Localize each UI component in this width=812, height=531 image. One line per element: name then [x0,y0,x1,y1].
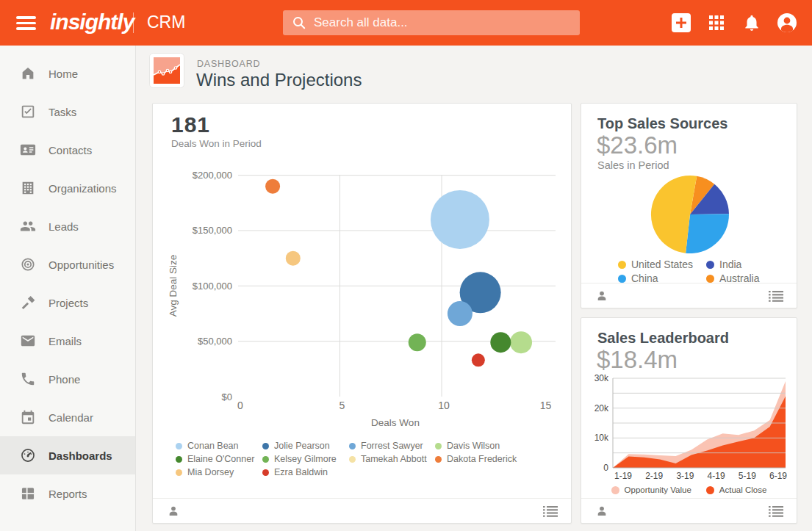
svg-text:$50,000: $50,000 [198,336,232,347]
legend-item-actual-close: Actual Close [706,484,767,496]
top-bar: insightly CRM [0,0,812,46]
legend-dot [435,456,442,463]
sidebar-item-label: Contacts [48,144,92,156]
bubble-kelsey-gilmore[interactable] [409,333,426,351]
opportunities-icon [20,256,36,272]
legend-dot [706,275,714,283]
legend-dot [262,443,269,449]
svg-text:20k: 20k [594,403,609,413]
reports-icon [20,485,36,502]
card-footer [581,283,797,308]
bubble-conan-bean[interactable] [431,190,489,249]
svg-text:15: 15 [540,400,552,411]
emails-icon [20,333,36,349]
sidebar-item-phone[interactable]: Phone [0,360,135,398]
owner-person-icon[interactable] [168,505,179,517]
legend-label: Kelsey Gilmore [274,454,337,464]
pie-slice-china[interactable] [686,214,729,253]
legend-item-united-states: United States [618,259,706,270]
legend-label: Actual Close [719,485,767,494]
svg-text:$150,000: $150,000 [193,225,232,236]
search-bar[interactable] [283,10,580,35]
contacts-icon [20,142,36,158]
list-view-icon[interactable] [769,506,783,517]
owner-person-icon[interactable] [596,505,608,517]
sidebar-item-label: Organizations [48,182,117,195]
legend-dot [618,261,626,269]
list-view-icon[interactable] [769,291,783,302]
list-view-icon[interactable] [543,506,558,517]
sidebar-item-projects[interactable]: Projects [0,283,135,322]
sidebar-item-calendar[interactable]: Calendar [0,398,135,436]
deals-won-metric: 181 [171,112,210,137]
legend-item-forrest-sawyer: Forrest Sawyer [349,440,435,452]
sidebar-item-contacts[interactable]: Contacts [0,131,135,169]
sidebar-item-home[interactable]: Home [0,54,135,93]
legend-dot [618,275,626,283]
sidebar-item-label: Calendar [48,411,93,424]
leads-icon [20,218,36,234]
phone-icon [20,371,36,387]
legend-label: Tamekah Abbott [361,454,427,464]
leaderboard-card-title: Sales Leaderboard [597,330,729,347]
sidebar-item-tasks[interactable]: Tasks [0,93,135,131]
sidebar-item-leads[interactable]: Leads [0,207,135,245]
legend-dot [349,456,356,463]
bubble-chart: $0$50,000$100,000$150,000$200,000051015D… [153,166,572,432]
legend-dot [706,486,714,494]
sources-card-title: Top Sales Sources [597,115,727,132]
sidebar-nav: HomeTasksContactsOrganizationsLeadsOppor… [0,46,136,531]
bubble-davis-wilson[interactable] [510,331,532,353]
legend-item-kelsey-gilmore: Kelsey Gilmore [262,453,349,465]
pie-chart-legend: United StatesIndiaChinaAustralia [618,259,759,284]
dashboards-icon [20,447,36,463]
sidebar-item-reports[interactable]: Reports [0,474,135,513]
owner-person-icon[interactable] [596,290,608,302]
legend-label: United States [631,259,693,270]
dashboard-thumbnail-icon [149,53,184,88]
legend-label: Jolie Pearson [274,441,330,451]
svg-text:0: 0 [237,400,243,411]
menu-icon[interactable] [16,16,36,30]
svg-text:30k: 30k [594,373,609,383]
sources-metric-label: Sales in Period [597,159,669,171]
calendar-icon [20,409,36,425]
sidebar-item-emails[interactable]: Emails [0,322,135,360]
search-input[interactable] [314,10,571,35]
app-grid-icon[interactable] [708,14,725,32]
bubble-chart-legend: Conan BeanJolie PearsonForrest SawyerDav… [176,440,517,478]
area-chart-legend: Opportunity ValueActual Close [581,484,797,496]
search-icon [292,15,306,30]
legend-item-conan-bean: Conan Bean [176,440,262,452]
svg-text:$100,000: $100,000 [193,281,232,292]
legend-label: Davis Wilson [447,441,500,451]
notifications-bell-icon[interactable] [742,13,761,32]
legend-label: Dakota Frederick [447,454,517,464]
svg-text:2-19: 2-19 [645,471,663,481]
bubble-forrest-sawyer[interactable] [448,301,473,326]
legend-dot [176,443,182,449]
legend-item-davis-wilson: Davis Wilson [435,440,517,452]
sidebar-item-dashboards[interactable]: Dashboards [0,436,135,474]
legend-label: Opportunity Value [625,485,691,494]
legend-item-mia-dorsey: Mia Dorsey [176,466,262,478]
legend-item-opportunity-value: Opportunity Value [611,484,691,496]
sidebar-item-organizations[interactable]: Organizations [0,169,135,207]
bubble-dakota-frederick[interactable] [265,179,280,194]
legend-dot [176,456,182,463]
account-avatar-icon[interactable] [777,12,797,33]
sidebar-item-opportunities[interactable]: Opportunities [0,245,135,283]
svg-text:4-19: 4-19 [708,471,725,481]
sidebar-item-label: Dashboards [48,449,112,462]
bubble-mia-dorsey[interactable] [286,251,301,266]
legend-item-india: India [706,259,759,270]
bubble-elaine-o-conner[interactable] [490,332,511,353]
quick-add-icon[interactable] [672,13,691,32]
bubble-ezra-baldwin[interactable] [472,353,485,366]
wins-bubble-chart-card: 181 Deals Won in Period $0$50,000$100,00… [152,103,572,524]
legend-label: Mia Dorsey [187,467,234,477]
insightly-logo[interactable]: insightly [50,0,134,46]
legend-label: India [719,259,741,270]
svg-text:Avg Deal Size: Avg Deal Size [168,255,179,317]
leaderboard-area-chart: 010k20k30k1-192-193-194-195-196-19 [581,362,798,484]
